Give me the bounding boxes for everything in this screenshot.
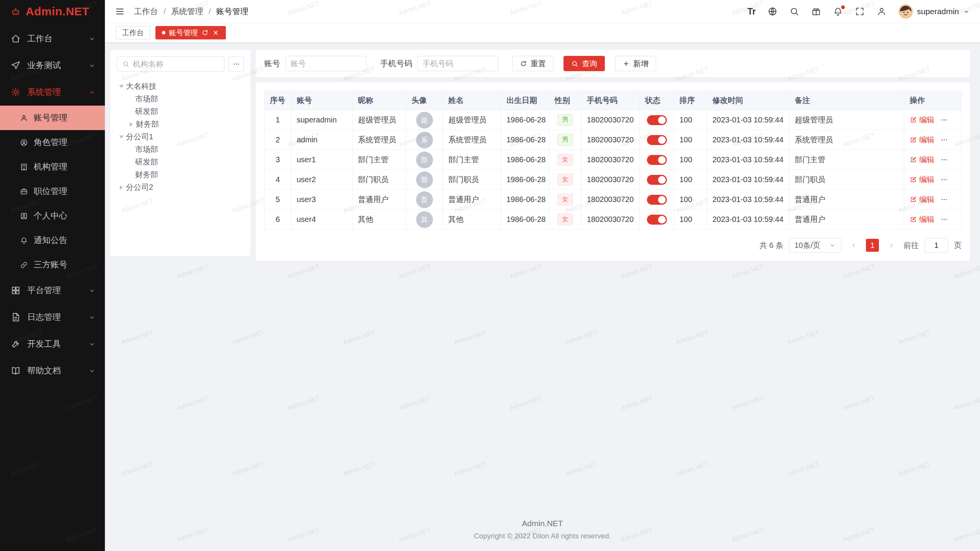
status-toggle[interactable] xyxy=(647,155,667,165)
sidebar-item-dev-tools[interactable]: 开发工具 xyxy=(0,331,105,357)
edit-button[interactable]: 编辑 xyxy=(910,135,934,145)
edit-button[interactable]: 编辑 xyxy=(910,155,934,165)
more-actions-icon[interactable] xyxy=(941,176,948,183)
more-actions-icon[interactable] xyxy=(941,216,948,223)
edit-button[interactable]: 编辑 xyxy=(910,214,934,225)
more-actions-icon[interactable] xyxy=(941,116,948,124)
caret-down-icon[interactable] xyxy=(119,135,124,139)
header-actions: Tr superadmin xyxy=(748,4,970,19)
user-table-card: 序号 账号 昵称 头像 姓名 出生日期 性别 手机号码 状态 排序 修改时间 xyxy=(256,82,970,261)
person-circle-icon xyxy=(20,212,28,220)
cell-status xyxy=(640,190,674,210)
tree-node[interactable]: 研发部 xyxy=(117,156,244,168)
tree-node[interactable]: 市场部 xyxy=(117,93,244,105)
collapse-menu-button[interactable] xyxy=(115,7,125,16)
tree-node[interactable]: 市场部 xyxy=(117,143,244,156)
cell-account: user4 xyxy=(291,210,353,230)
sidebar-item-notice-announcement[interactable]: 通知公告 xyxy=(0,228,105,253)
tree-node-label: 市场部 xyxy=(135,94,158,104)
gear-icon xyxy=(11,87,21,97)
footer-title: Admin.NET xyxy=(105,519,980,528)
close-icon[interactable] xyxy=(212,29,219,36)
tree-node[interactable]: 分公司1 xyxy=(117,130,244,143)
sidebar-item-system-management[interactable]: 系统管理 xyxy=(0,79,105,106)
more-actions-icon[interactable] xyxy=(941,156,948,163)
cell-actions: 编辑 xyxy=(904,170,962,190)
tree-node[interactable]: 财务部 xyxy=(117,118,244,130)
page-number-button[interactable]: 1 xyxy=(866,239,879,252)
font-size-button[interactable]: Tr xyxy=(748,7,756,17)
chevron-down-icon xyxy=(88,62,96,69)
breadcrumb-item-system-management[interactable]: 系统管理 xyxy=(171,6,203,17)
language-button[interactable] xyxy=(768,7,777,16)
profile-settings-button[interactable] xyxy=(877,7,887,16)
tree-node[interactable]: 分公司2 xyxy=(117,181,244,194)
org-search-input[interactable] xyxy=(133,60,219,68)
sidebar-item-platform-management[interactable]: 平台管理 xyxy=(0,277,105,304)
status-toggle[interactable] xyxy=(647,195,667,205)
tree-node[interactable]: 研发部 xyxy=(117,105,244,118)
cell-remark: 部门主管 xyxy=(789,150,904,170)
tree-node-label: 分公司2 xyxy=(126,182,153,192)
sidebar-item-account-management[interactable]: 账号管理 xyxy=(0,106,105,130)
refresh-icon[interactable] xyxy=(201,29,209,36)
tab-workbench[interactable]: 工作台 xyxy=(116,26,150,39)
edit-button[interactable]: 编辑 xyxy=(910,115,934,125)
sidebar-item-personal-center[interactable]: 个人中心 xyxy=(0,204,105,228)
org-more-button[interactable] xyxy=(229,56,244,72)
status-toggle[interactable] xyxy=(647,175,667,185)
reset-button[interactable]: 重置 xyxy=(512,56,554,71)
sidebar-item-position-management[interactable]: 职位管理 xyxy=(0,179,105,204)
cell-modified-time: 2023-01-03 10:59:44 xyxy=(707,150,789,170)
goto-page-input[interactable] xyxy=(924,238,948,253)
fullscreen-button[interactable] xyxy=(855,7,865,16)
tree-node[interactable]: 大名科技 xyxy=(117,80,244,93)
status-toggle[interactable] xyxy=(647,115,667,125)
status-toggle[interactable] xyxy=(647,215,667,225)
account-filter-input[interactable] xyxy=(291,59,361,68)
sidebar-item-log-management[interactable]: 日志管理 xyxy=(0,304,105,331)
bell-icon xyxy=(20,236,28,245)
gift-button[interactable] xyxy=(811,7,821,16)
search-button[interactable] xyxy=(789,7,799,16)
sidebar-item-role-management[interactable]: 角色管理 xyxy=(0,130,105,155)
notifications-button[interactable] xyxy=(833,7,843,16)
user-menu[interactable]: superadmin xyxy=(898,4,970,19)
sidebar-item-third-party-account[interactable]: 三方账号 xyxy=(0,253,105,277)
sidebar-item-org-management[interactable]: 机构管理 xyxy=(0,155,105,179)
tree-node-label: 研发部 xyxy=(135,106,158,117)
chevron-down-icon xyxy=(829,242,836,249)
tree-node-label: 研发部 xyxy=(135,157,158,167)
phone-filter-input[interactable] xyxy=(423,59,493,68)
breadcrumb-item-workbench[interactable]: 工作台 xyxy=(134,6,158,17)
edit-button[interactable]: 编辑 xyxy=(910,174,934,185)
avatar: 系 xyxy=(416,132,433,148)
table-row: 2 admin 系统管理员 系 系统管理员 1986-06-28 男 18020… xyxy=(265,130,962,150)
col-status: 状态 xyxy=(640,91,674,110)
prev-page-button[interactable] xyxy=(847,239,860,252)
cell-no: 1 xyxy=(265,110,291,130)
caret-down-icon[interactable] xyxy=(119,85,124,88)
tab-account-management[interactable]: 账号管理 xyxy=(155,26,226,39)
add-button[interactable]: 新增 xyxy=(615,56,656,71)
sidebar-item-label: 平台管理 xyxy=(27,285,61,296)
more-actions-icon[interactable] xyxy=(941,196,948,203)
chevron-down-icon xyxy=(88,314,96,321)
caret-right-icon[interactable] xyxy=(130,122,133,127)
query-button[interactable]: 查询 xyxy=(564,56,605,71)
next-page-button[interactable] xyxy=(885,239,898,252)
cell-avatar: 部 xyxy=(406,170,443,190)
sidebar-item-help-docs[interactable]: 帮助文档 xyxy=(0,357,105,384)
sidebar-item-business-test[interactable]: 业务测试 xyxy=(0,52,105,79)
caret-right-icon[interactable] xyxy=(120,185,123,190)
user-avatar xyxy=(898,4,913,19)
app-logo[interactable]: Admin.NET xyxy=(0,0,105,23)
page-size-select[interactable]: 10条/页 xyxy=(789,238,841,253)
edit-button[interactable]: 编辑 xyxy=(910,194,934,205)
gender-tag: 女 xyxy=(557,174,573,186)
cell-gender: 女 xyxy=(549,170,581,190)
more-actions-icon[interactable] xyxy=(941,136,948,143)
sidebar-item-workbench[interactable]: 工作台 xyxy=(0,25,105,52)
status-toggle[interactable] xyxy=(647,135,667,145)
tree-node[interactable]: 财务部 xyxy=(117,168,244,181)
